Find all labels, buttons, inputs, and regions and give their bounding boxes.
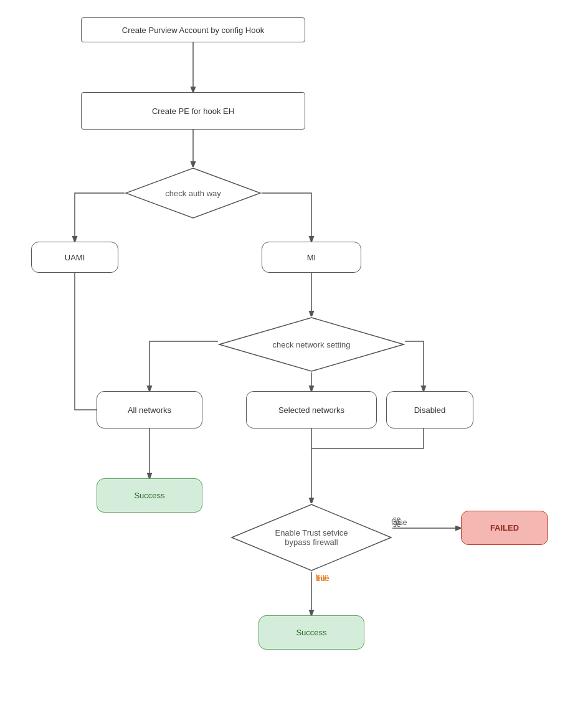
create-purview-node: Create Purview Account by config Hook	[81, 17, 305, 42]
check-network-diamond: check network setting	[218, 316, 405, 372]
enable-trust-diamond: Enable Trust setvice bypass firewall	[230, 503, 392, 572]
create-pe-node: Create PE for hook EH	[81, 92, 305, 130]
success-bottom-node: Success	[258, 615, 364, 650]
success-top-node: Success	[97, 478, 202, 513]
flowchart-diagram: false true false true Create Purview Acc…	[0, 0, 588, 710]
all-networks-node: All networks	[97, 391, 202, 428]
mi-node: MI	[262, 242, 361, 273]
false-label-overlay: false	[391, 518, 407, 527]
true-label-overlay: true	[316, 574, 330, 583]
disabled-node: Disabled	[386, 391, 473, 428]
uami-node: UAMI	[31, 242, 118, 273]
selected-networks-node: Selected networks	[246, 391, 377, 428]
failed-node: FAILED	[461, 511, 548, 545]
check-auth-diamond: check auth way	[125, 167, 262, 219]
